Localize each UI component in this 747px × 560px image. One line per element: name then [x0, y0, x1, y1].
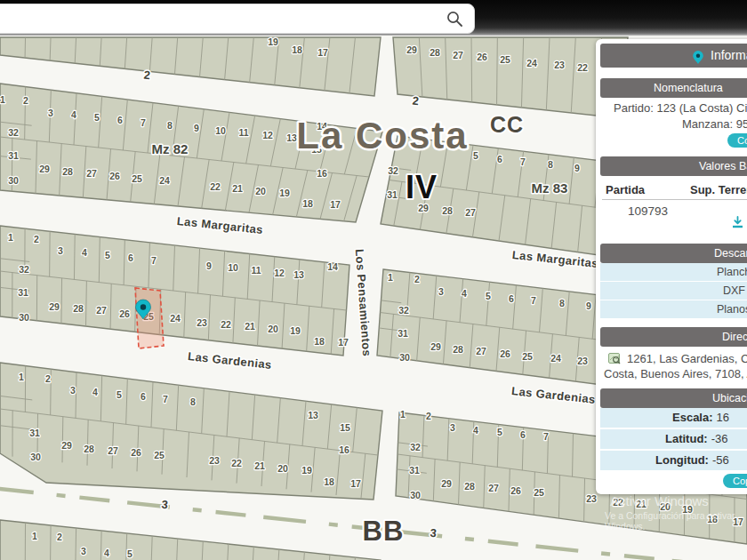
download-item-plancheta[interactable]: Plancheta	[600, 263, 747, 281]
parcel-number: 19	[301, 465, 312, 476]
panel-header-direccion: Dirección	[600, 327, 747, 347]
parcel-number: 29	[61, 440, 72, 451]
parcel-number: 14	[327, 261, 338, 272]
parcel-number: 5	[116, 389, 122, 400]
place-label: Mz 82	[152, 141, 189, 156]
parcel-number: 7	[531, 295, 536, 306]
parcel-number: 20	[268, 324, 278, 334]
search-icon[interactable]	[446, 11, 463, 28]
place-label: BB	[363, 516, 405, 547]
latitude-value: -36	[711, 432, 728, 445]
parcel-number: 26	[109, 171, 120, 181]
parcel-number: 10	[228, 262, 238, 273]
parcel-number: 28	[453, 344, 463, 355]
parcel-number: 13	[286, 132, 297, 143]
download-icon[interactable]	[730, 215, 745, 232]
parcel-number: 6	[520, 429, 526, 440]
longitude-value: -56	[712, 453, 729, 467]
parcel-number: 26	[131, 447, 141, 458]
address-line1: 1261, Las Gardenias, Costa del Este	[627, 352, 747, 365]
parcel-number: 11	[238, 127, 248, 138]
parcel-number: 22	[210, 181, 221, 192]
parcel-number: 20	[255, 186, 266, 196]
parcel-number: 19	[279, 188, 290, 198]
parcel-number: 10	[215, 125, 226, 136]
parcel-number: 23	[586, 493, 597, 504]
parcel-number: 7	[543, 431, 549, 442]
panel-title: Dirección	[722, 327, 747, 347]
parcel-number: 20	[660, 501, 671, 512]
parcel-number: 5	[94, 112, 100, 123]
parcel-number: 12	[274, 268, 285, 278]
parcel-number: 29	[406, 44, 417, 55]
place-label: IV	[406, 169, 438, 205]
copy-ubicacion-button[interactable]: Copiar	[723, 474, 747, 488]
parcel-number: 7	[141, 117, 146, 128]
parcel-number: 18	[302, 198, 313, 209]
parcel-number: 8	[190, 396, 196, 407]
parcel-number: 7	[151, 255, 157, 266]
parcel-number: 12	[262, 130, 273, 140]
parcel-number: 9	[206, 260, 212, 271]
parcel-number: 1	[19, 372, 24, 382]
parcel-number: 1	[8, 232, 13, 243]
parcel-number: 32	[19, 264, 29, 275]
column-header-superficie: Sup. Terreno	[690, 183, 747, 196]
parcel-number: 3	[70, 385, 76, 396]
parcel-number: 27	[96, 305, 107, 316]
nomenclatura-line1: Partido: 123 (La Costa) Circunscripción	[614, 101, 747, 115]
parcel-number: 22	[231, 458, 242, 468]
street-label: 2	[412, 94, 420, 108]
panel-direccion: Dirección 1261, Las Gardenias, Costa del…	[600, 327, 747, 382]
parcel-number: 23	[554, 60, 565, 70]
parcel-number: 24	[170, 313, 181, 324]
parcel-number: 6	[141, 391, 146, 402]
parcel-number: 28	[84, 444, 94, 454]
street-label: 3	[161, 498, 169, 512]
parcel-number: 28	[442, 205, 453, 216]
info-sidebar: Información Nomenclatura Partido: 123 (L…	[596, 39, 747, 494]
parcel-number: 5	[486, 291, 491, 301]
parcel-number: 32	[8, 127, 19, 138]
panel-header-nomenclatura: Nomenclatura	[600, 78, 747, 98]
parcel-number: 7	[163, 394, 168, 404]
parcel-number: 30	[410, 490, 421, 500]
parcel-number: 28	[73, 303, 84, 314]
table-divider	[602, 199, 747, 200]
parcel-number: 17	[733, 516, 743, 527]
parcel-number: 5	[473, 150, 478, 161]
download-item-planos[interactable]: Planos	[600, 300, 747, 318]
column-header-partida: Partida	[606, 183, 645, 196]
panel-valores: Valores Básicos Partida Sup. Terreno 109…	[600, 156, 747, 238]
parcel-number: 31	[8, 150, 19, 161]
parcel-number: 26	[510, 485, 521, 496]
parcel-number: 31	[398, 328, 408, 339]
parcel-number: 3	[48, 108, 53, 118]
parcel-number: 8	[167, 120, 173, 131]
parcel-number: 8	[559, 298, 565, 308]
panel-header-valores: Valores Básicos	[600, 156, 747, 176]
parcel-number: 9	[574, 163, 580, 173]
parcel-number: 27	[86, 168, 97, 179]
parcel-number: 3	[438, 286, 444, 297]
parcel-number: 4	[82, 247, 87, 258]
parcel-number: 22	[221, 319, 231, 330]
parcel-number: 3	[450, 422, 455, 433]
parcel-number: 17	[317, 47, 328, 58]
parcel-number: 1	[32, 531, 37, 541]
panel-header-informacion: Información	[600, 44, 747, 68]
parcel-number: 29	[430, 341, 441, 352]
parcel-number: 20	[277, 463, 288, 474]
selected-parcel-outline[interactable]	[135, 288, 164, 348]
parcel-number: 2	[45, 373, 51, 384]
street-label: 2	[143, 68, 151, 83]
panel-descargas: Descargas Plancheta DXF Planos	[600, 244, 747, 319]
copy-nomenclatura-button[interactable]: Copiar	[727, 133, 747, 148]
parcel-boundary	[50, 231, 51, 276]
download-item-dxf[interactable]: DXF	[600, 282, 747, 300]
parcel-number: 28	[62, 166, 73, 177]
parcel-number: 26	[477, 52, 487, 62]
parcel-number: 5	[497, 427, 502, 437]
search-input[interactable]	[0, 4, 475, 34]
scale-label: Escala:	[672, 411, 713, 424]
